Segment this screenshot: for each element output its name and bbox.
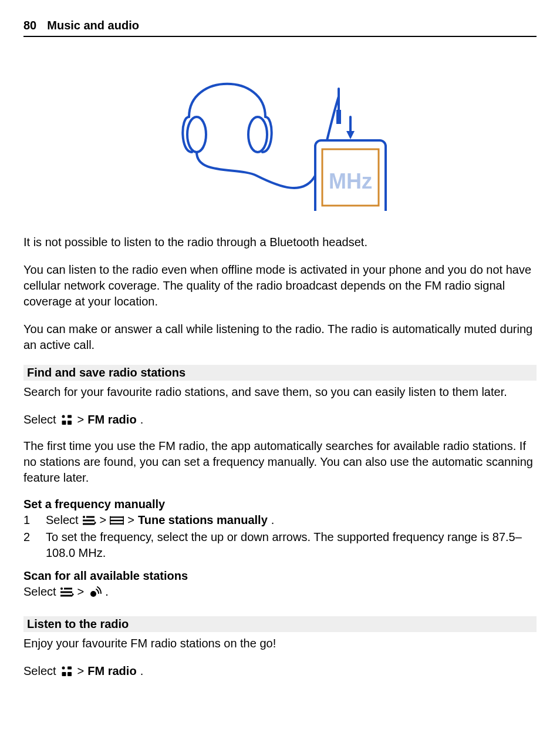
paragraph-offline-note: You can listen to the radio even when of… — [23, 262, 537, 310]
gt-symbol: > — [100, 512, 107, 528]
svg-rect-27 — [68, 666, 72, 669]
page-number: 80 — [23, 19, 36, 32]
period: . — [140, 663, 144, 679]
fm-radio-label: FM radio — [87, 663, 136, 679]
select-fm-radio-line: Select > FM radio. — [23, 412, 537, 428]
svg-point-1 — [248, 117, 267, 152]
list-item: 2 To set the frequency, select the up or… — [23, 529, 537, 561]
svg-rect-28 — [62, 672, 66, 676]
headset-phone-svg: MHz — [163, 58, 397, 211]
paragraph-first-time: The first time you use the FM radio, the… — [23, 438, 537, 486]
tune-manually-label: Tune stations manually — [138, 512, 268, 528]
svg-rect-23 — [60, 594, 72, 596]
gt-symbol: > — [77, 663, 85, 679]
options-list-icon — [60, 586, 74, 599]
step-text: To set the frequency, select the up or d… — [46, 529, 537, 561]
gt-symbol: > — [127, 512, 134, 528]
page-header: 80 Music and audio — [23, 19, 537, 37]
paragraph-call-note: You can make or answer a call while list… — [23, 321, 537, 353]
paragraph-listen-intro: Enjoy your favourite FM radio stations o… — [23, 636, 537, 651]
illustration-mhz-text: MHz — [329, 169, 372, 193]
select-label: Select — [23, 663, 56, 679]
headset-phone-illustration: MHz — [23, 58, 537, 211]
select-scan-line: Select > . — [23, 584, 537, 600]
svg-rect-3 — [336, 110, 341, 124]
svg-point-25 — [90, 591, 96, 597]
list-item: 1 Select > — [23, 512, 537, 528]
period: . — [140, 412, 144, 428]
paragraph-bluetooth-note: It is not possible to listen to the radi… — [23, 234, 537, 250]
svg-point-20 — [60, 587, 63, 590]
svg-rect-9 — [68, 415, 72, 418]
period: . — [105, 584, 109, 600]
document-page: 80 Music and audio — [0, 0, 560, 713]
page-title: Music and audio — [47, 19, 139, 32]
svg-marker-16 — [95, 521, 96, 525]
select-label: Select — [46, 512, 79, 528]
paragraph-find-intro: Search for your favourite radio stations… — [23, 384, 537, 400]
svg-point-26 — [62, 666, 65, 669]
svg-marker-24 — [72, 593, 74, 596]
step-number: 2 — [23, 529, 32, 561]
apps-grid-icon — [60, 665, 74, 678]
period: . — [271, 512, 275, 528]
select-label: Select — [23, 584, 56, 600]
select-label: Select — [23, 412, 56, 428]
svg-rect-21 — [64, 587, 72, 589]
step-number: 1 — [23, 512, 32, 528]
subheading-set-frequency: Set a frequency manually — [23, 498, 537, 511]
svg-rect-11 — [68, 421, 72, 425]
section-heading-find-stations: Find and save radio stations — [23, 365, 537, 381]
svg-point-8 — [62, 415, 65, 418]
fm-radio-label: FM radio — [87, 412, 136, 428]
subheading-scan-stations: Scan for all available stations — [23, 569, 537, 583]
section-heading-listen-radio: Listen to the radio — [23, 616, 537, 632]
radio-scan-icon — [87, 586, 102, 599]
options-list-icon — [82, 514, 96, 527]
set-frequency-steps: 1 Select > — [23, 512, 537, 561]
gt-symbol: > — [77, 584, 85, 600]
apps-grid-icon — [60, 414, 74, 426]
menu-lines-icon — [110, 514, 124, 527]
select-fm-radio-line-2: Select > FM radio. — [23, 663, 537, 679]
svg-rect-22 — [60, 591, 72, 593]
svg-point-12 — [83, 516, 85, 518]
svg-marker-5 — [346, 131, 355, 139]
svg-rect-14 — [83, 519, 95, 521]
svg-rect-29 — [68, 672, 72, 676]
svg-point-0 — [187, 117, 206, 152]
svg-rect-15 — [83, 523, 95, 525]
svg-rect-10 — [62, 421, 66, 425]
gt-symbol: > — [77, 412, 85, 428]
svg-rect-13 — [86, 516, 95, 518]
